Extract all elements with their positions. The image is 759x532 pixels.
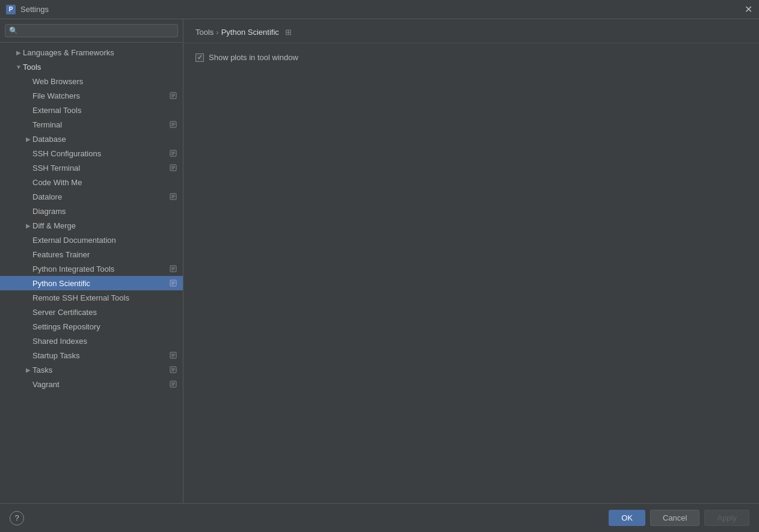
spacer-icon (24, 207, 32, 215)
sidebar-item-languages-frameworks[interactable]: ▶ Languages & Frameworks (0, 45, 183, 60)
search-icon: 🔍 (9, 26, 18, 35)
breadcrumb-current: Python Scientific (221, 28, 279, 37)
ok-button[interactable]: OK (609, 510, 645, 526)
sidebar-item-python-integrated-tools[interactable]: Python Integrated Tools (0, 261, 183, 276)
spacer-icon (24, 106, 32, 114)
config-icon (168, 365, 178, 375)
sidebar-item-ssh-terminal[interactable]: SSH Terminal (0, 161, 183, 175)
window-title: Settings (20, 5, 49, 14)
sidebar-item-python-scientific[interactable]: Python Scientific (0, 276, 183, 290)
sidebar-item-file-watchers[interactable]: File Watchers (0, 88, 183, 103)
show-plots-label: Show plots in tool window (209, 53, 298, 62)
help-button[interactable]: ? (10, 511, 24, 525)
close-button[interactable]: ✕ (743, 5, 753, 14)
sidebar-item-external-documentation[interactable]: External Documentation (0, 233, 183, 247)
spacer-icon (24, 192, 32, 201)
chevron-right-icon: ▶ (24, 135, 32, 143)
sidebar-item-startup-tasks[interactable]: Startup Tasks (0, 348, 183, 362)
content-header: Tools › Python Scientific ⊞ (183, 19, 759, 43)
sidebar: 🔍 ▶ Languages & Frameworks ▼ Tools (0, 19, 183, 503)
search-bar: 🔍 (0, 19, 183, 43)
spacer-icon (24, 322, 32, 331)
chevron-right-icon: ▶ (24, 221, 32, 230)
config-icon (168, 148, 178, 158)
spacer-icon (24, 178, 32, 186)
spacer-icon (24, 351, 32, 359)
sidebar-item-vagrant[interactable]: Vagrant (0, 377, 183, 391)
spacer-icon (24, 279, 32, 287)
chevron-right-icon: ▶ (14, 48, 23, 57)
spacer-icon (24, 264, 32, 273)
cancel-button[interactable]: Cancel (650, 510, 699, 526)
settings-dialog: P Settings ✕ 🔍 ▶ Languages & Frameworks (0, 0, 759, 532)
reset-icon[interactable]: ⊞ (285, 28, 292, 37)
main-layout: 🔍 ▶ Languages & Frameworks ▼ Tools (0, 19, 759, 503)
spacer-icon (24, 164, 32, 172)
config-icon (168, 163, 178, 173)
sidebar-item-features-trainer[interactable]: Features Trainer (0, 247, 183, 261)
content-area: Tools › Python Scientific ⊞ ✓ Show plots… (183, 19, 759, 503)
sidebar-item-web-browsers[interactable]: Web Browsers (0, 74, 183, 88)
content-body: ✓ Show plots in tool window (183, 43, 759, 503)
title-bar: P Settings ✕ (0, 0, 759, 19)
chevron-down-icon: ▼ (14, 63, 23, 71)
breadcrumb-separator: › (216, 28, 218, 37)
spacer-icon (24, 308, 32, 316)
bottom-bar: ? OK Cancel Apply (0, 503, 759, 532)
breadcrumb: Tools › Python Scientific ⊞ (195, 28, 747, 37)
sidebar-item-ssh-configurations[interactable]: SSH Configurations (0, 146, 183, 161)
spacer-icon (24, 250, 32, 258)
spacer-icon (24, 293, 32, 302)
sidebar-item-shared-indexes[interactable]: Shared Indexes (0, 334, 183, 348)
breadcrumb-root: Tools (195, 28, 214, 37)
sidebar-item-tasks[interactable]: ▶ Tasks (0, 362, 183, 377)
app-icon: P (6, 5, 16, 14)
sidebar-item-settings-repository[interactable]: Settings Repository (0, 319, 183, 334)
config-icon (168, 120, 178, 129)
spacer-icon (24, 236, 32, 244)
spacer-icon (24, 380, 32, 388)
sidebar-item-database[interactable]: ▶ Database (0, 132, 183, 146)
spacer-icon (24, 120, 32, 129)
sidebar-item-server-certificates[interactable]: Server Certificates (0, 305, 183, 319)
config-icon (168, 264, 178, 274)
config-icon (168, 350, 178, 360)
search-wrap[interactable]: 🔍 (5, 24, 178, 37)
sidebar-item-diagrams[interactable]: Diagrams (0, 204, 183, 218)
show-plots-row: ✓ Show plots in tool window (195, 53, 747, 62)
spacer-icon (24, 77, 32, 85)
sidebar-item-remote-ssh-external-tools[interactable]: Remote SSH External Tools (0, 290, 183, 305)
sidebar-item-tools[interactable]: ▼ Tools (0, 60, 183, 74)
config-icon (168, 379, 178, 389)
spacer-icon (24, 337, 32, 345)
checkmark-icon: ✓ (197, 54, 203, 61)
show-plots-checkbox[interactable]: ✓ (195, 54, 204, 62)
config-icon (168, 278, 178, 288)
sidebar-item-terminal[interactable]: Terminal (0, 117, 183, 132)
apply-button[interactable]: Apply (704, 510, 749, 526)
config-icon (168, 192, 178, 201)
sidebar-item-code-with-me[interactable]: Code With Me (0, 175, 183, 189)
chevron-right-icon: ▶ (24, 365, 32, 374)
sidebar-item-external-tools[interactable]: External Tools (0, 103, 183, 117)
config-icon (168, 91, 178, 100)
spacer-icon (24, 91, 32, 100)
spacer-icon (24, 149, 32, 157)
search-input[interactable] (20, 26, 174, 35)
sidebar-item-diff-merge[interactable]: ▶ Diff & Merge (0, 218, 183, 233)
sidebar-item-datalore[interactable]: Datalore (0, 189, 183, 204)
sidebar-tree: ▶ Languages & Frameworks ▼ Tools Web Bro… (0, 43, 183, 503)
